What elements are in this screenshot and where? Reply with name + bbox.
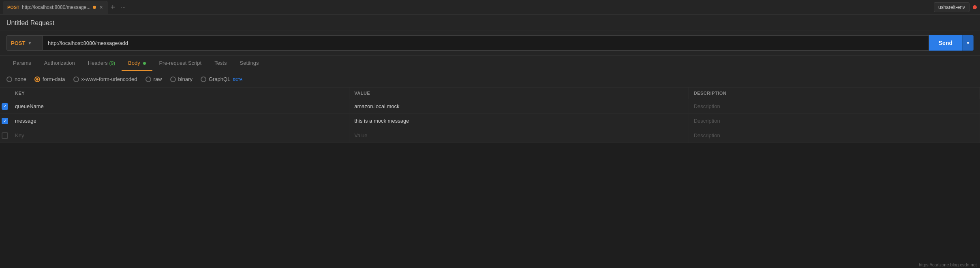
tab-authorization-label: Authorization — [44, 60, 75, 66]
row3-checkbox-cell — [0, 128, 10, 143]
row1-checkbox-cell — [0, 99, 10, 114]
row1-desc-input[interactable] — [689, 99, 980, 113]
add-tab-button[interactable]: + — [107, 3, 119, 11]
row2-desc-cell — [689, 114, 980, 128]
environment-selector[interactable]: ushareit-env — [934, 2, 969, 12]
url-bar: POST ▼ Send ▼ — [0, 30, 980, 56]
row3-value-input[interactable] — [349, 128, 688, 143]
body-type-binary-label: binary — [178, 76, 193, 82]
row1-value-cell — [349, 99, 689, 114]
request-title-bar: Untitled Request — [0, 15, 980, 30]
footer-bar: https://carlzone.blog.csdn.net — [916, 262, 980, 268]
tab-headers[interactable]: Headers (9) — [81, 56, 122, 71]
url-input[interactable] — [43, 35, 929, 51]
tab-settings-label: Settings — [240, 60, 259, 66]
tab-authorization[interactable]: Authorization — [38, 56, 81, 71]
row1-checkbox[interactable] — [2, 103, 8, 110]
tab-body-label: Body — [128, 60, 140, 66]
tab-params[interactable]: Params — [6, 56, 38, 71]
row1-key-cell — [10, 99, 349, 114]
tab-url: http://localhost:8080/message... — [22, 4, 90, 10]
tab-headers-label: Headers — [88, 60, 109, 66]
body-type-urlencoded-label: x-www-form-urlencoded — [81, 76, 137, 82]
radio-raw-circle — [146, 77, 151, 82]
tab-close-button[interactable]: × — [99, 4, 103, 11]
row2-key-input[interactable] — [10, 114, 349, 128]
radio-none-circle — [6, 77, 12, 82]
method-select[interactable]: POST ▼ — [6, 35, 43, 51]
body-type-raw[interactable]: raw — [146, 76, 162, 82]
request-title: Untitled Request — [6, 19, 974, 27]
row2-checkbox-cell — [0, 114, 10, 128]
body-type-raw-label: raw — [154, 76, 162, 82]
footer-link: https://carlzone.blog.csdn.net — [919, 262, 977, 267]
tab-tests[interactable]: Tests — [208, 56, 233, 71]
row1-value-input[interactable] — [349, 99, 688, 113]
body-type-urlencoded[interactable]: x-www-form-urlencoded — [73, 76, 137, 82]
table-row — [0, 99, 980, 114]
radio-urlencoded-circle — [73, 77, 79, 82]
tab-bar: POST http://localhost:8080/message... × … — [0, 0, 980, 15]
tab-settings[interactable]: Settings — [233, 56, 265, 71]
send-dropdown-button[interactable]: ▼ — [962, 35, 974, 51]
form-data-table: KEY VALUE DESCRIPTION — [0, 87, 980, 143]
method-label: POST — [11, 40, 25, 46]
row2-checkbox[interactable] — [2, 118, 8, 124]
headers-badge: (9) — [109, 60, 115, 66]
row3-desc-input[interactable] — [689, 128, 980, 143]
body-type-graphql[interactable]: GraphQL BETA — [201, 76, 242, 82]
tab-tests-label: Tests — [214, 60, 227, 66]
body-type-binary[interactable]: binary — [170, 76, 193, 82]
row3-value-cell — [349, 128, 689, 143]
env-status-dot — [973, 5, 977, 9]
active-tab[interactable]: POST http://localhost:8080/message... × — [3, 1, 107, 14]
row2-desc-input[interactable] — [689, 114, 980, 128]
row3-key-input[interactable] — [10, 128, 349, 143]
tab-bar-right: ushareit-env — [934, 2, 977, 12]
col-header-checkbox — [0, 87, 10, 99]
col-header-key: KEY — [10, 87, 349, 99]
body-type-graphql-label: GraphQL — [209, 76, 230, 82]
col-header-description: DESCRIPTION — [689, 87, 980, 99]
send-button[interactable]: Send — [929, 35, 962, 51]
send-dropdown-icon: ▼ — [966, 41, 970, 45]
row3-key-cell — [10, 128, 349, 143]
row2-value-cell — [349, 114, 689, 128]
body-type-form-data-label: form-data — [43, 76, 65, 82]
row2-value-input[interactable] — [349, 114, 688, 128]
method-chevron-icon: ▼ — [28, 41, 32, 45]
tab-params-label: Params — [13, 60, 31, 66]
graphql-beta-badge: BETA — [233, 77, 242, 81]
col-header-value: VALUE — [349, 87, 689, 99]
tab-prerequest-label: Pre-request Script — [159, 60, 201, 66]
row3-checkbox[interactable] — [2, 132, 8, 139]
radio-binary-circle — [170, 77, 176, 82]
table-row — [0, 128, 980, 143]
send-button-group: Send ▼ — [929, 35, 974, 51]
table-row — [0, 114, 980, 128]
body-type-none-label: none — [15, 76, 26, 82]
tabs-navigation: Params Authorization Headers (9) Body Pr… — [0, 56, 980, 71]
body-type-form-data[interactable]: form-data — [34, 76, 65, 82]
tab-modified-dot — [93, 6, 96, 9]
tab-prerequest[interactable]: Pre-request Script — [152, 56, 208, 71]
body-type-none[interactable]: none — [6, 76, 26, 82]
row3-desc-cell — [689, 128, 980, 143]
body-type-options: none form-data x-www-form-urlencoded raw… — [0, 71, 980, 87]
tab-method-badge: POST — [7, 5, 19, 10]
body-active-dot — [143, 62, 146, 65]
row1-desc-cell — [689, 99, 980, 114]
row2-key-cell — [10, 114, 349, 128]
table-header-row: KEY VALUE DESCRIPTION — [0, 87, 980, 99]
radio-form-data-circle — [34, 77, 40, 82]
row1-key-input[interactable] — [10, 99, 349, 113]
tab-body[interactable]: Body — [122, 56, 152, 71]
more-tabs-button[interactable]: ··· — [118, 4, 128, 11]
radio-graphql-circle — [201, 77, 206, 82]
